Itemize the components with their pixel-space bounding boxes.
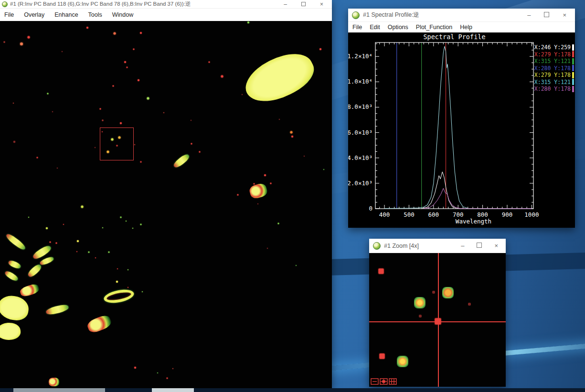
- legend-entry: X:280 Y:178: [534, 85, 574, 93]
- image-particle: [103, 287, 135, 305]
- svg-text:6.0×10³: 6.0×10³: [348, 129, 372, 136]
- image-spot: [221, 75, 223, 78]
- image-spot: [134, 144, 135, 145]
- image-spot: [57, 168, 58, 169]
- image-spot: [102, 227, 103, 228]
- zoom-control-buttons: [371, 378, 397, 385]
- svg-text:1000: 1000: [524, 211, 539, 218]
- image-spot: [133, 49, 135, 50]
- image-spot: [88, 252, 90, 253]
- image-spot: [142, 291, 143, 292]
- plot-legend: X:246 Y:259X:279 Y:178X:315 Y:121X:280 Y…: [534, 44, 574, 93]
- svg-text:400: 400: [379, 211, 390, 218]
- image-spot: [128, 287, 128, 288]
- maximize-icon[interactable]: [544, 11, 549, 19]
- zoom-spot: [442, 287, 454, 298]
- image-spot: [47, 93, 49, 95]
- envi-app-icon: [352, 11, 360, 19]
- taskbar-item[interactable]: [152, 388, 194, 392]
- zoom-spot: [379, 269, 384, 274]
- menu-item-file[interactable]: File: [4, 11, 14, 18]
- maximize-icon[interactable]: [477, 242, 482, 249]
- image-particle: [26, 263, 43, 278]
- image-spot: [254, 183, 255, 185]
- image-spot: [117, 268, 118, 269]
- image-spot: [304, 156, 305, 157]
- image-spot: [117, 145, 118, 147]
- envi-app-icon: [2, 1, 8, 7]
- menu-item-enhance[interactable]: Enhance: [54, 11, 78, 18]
- menu-item-edit[interactable]: Edit: [370, 24, 380, 31]
- image-display-area[interactable]: [0, 21, 332, 388]
- zoom-spot: [397, 356, 408, 367]
- image-spot: [4, 42, 5, 43]
- menu-item-overlay[interactable]: Overlay: [24, 11, 44, 18]
- image-particle: [7, 259, 21, 270]
- windows-taskbar[interactable]: [0, 388, 585, 392]
- zoom-spot: [432, 291, 435, 294]
- image-spot: [114, 32, 116, 35]
- main-image-window: #1 (R:Inv PC Band 118 (6),G:Inv PC Band …: [0, 0, 332, 388]
- minimize-icon[interactable]: –: [461, 242, 464, 249]
- image-spot: [140, 224, 142, 225]
- image-spot: [113, 85, 114, 87]
- image-spot: [120, 217, 122, 218]
- spectral-menubar: FileEditOptionsPlot_FunctionHelp: [348, 22, 575, 32]
- menu-item-window[interactable]: Window: [112, 11, 133, 18]
- zoom-selection-box[interactable]: [100, 127, 134, 160]
- image-spot: [291, 136, 293, 138]
- svg-text:0: 0: [369, 205, 372, 212]
- zoom-window-titlebar[interactable]: #1 Zoom [4x] – ×: [369, 239, 506, 253]
- legend-entry: X:279 Y:178: [534, 72, 574, 79]
- image-spot: [279, 119, 280, 120]
- menu-item-tools[interactable]: Tools: [88, 11, 102, 18]
- main-window-titlebar[interactable]: #1 (R:Inv PC Band 118 (6),G:Inv PC Band …: [0, 0, 332, 9]
- image-spot: [242, 94, 243, 95]
- minimize-icon[interactable]: –: [527, 11, 531, 19]
- taskbar-item[interactable]: [13, 388, 105, 392]
- image-spot: [13, 141, 15, 143]
- minimize-icon[interactable]: –: [284, 1, 287, 8]
- image-spot: [278, 223, 279, 224]
- image-spot: [191, 120, 191, 121]
- spectral-window-titlebar[interactable]: #1 Spectral Profile:逆 – ×: [348, 9, 575, 22]
- image-spot: [81, 206, 84, 208]
- image-spot: [270, 183, 272, 184]
- image-spot: [56, 243, 57, 244]
- envi-app-icon: [373, 242, 381, 250]
- image-particle: [0, 294, 30, 322]
- image-spot: [172, 368, 173, 369]
- image-spot: [86, 27, 88, 29]
- menu-item-file[interactable]: File: [352, 24, 362, 31]
- image-spot: [147, 97, 149, 100]
- image-spot: [95, 147, 96, 148]
- close-icon[interactable]: ×: [320, 1, 323, 8]
- spectral-plot-area[interactable]: Spectral Profile4005006007008009001000Wa…: [348, 32, 575, 228]
- close-icon[interactable]: ×: [563, 11, 566, 19]
- image-spot: [191, 143, 192, 145]
- legend-entry: X:315 Y:121: [534, 79, 574, 86]
- image-spot: [102, 131, 103, 132]
- image-particle: [19, 283, 40, 297]
- menu-item-options[interactable]: Options: [388, 24, 408, 31]
- svg-text:4.0×10³: 4.0×10³: [348, 154, 372, 161]
- image-particle: [172, 153, 191, 169]
- zoom-display-area[interactable]: [369, 253, 506, 387]
- image-particle: [86, 313, 113, 334]
- menu-item-plot_function[interactable]: Plot_Function: [416, 24, 452, 31]
- image-spot: [319, 48, 321, 50]
- svg-text:1.0×10⁴: 1.0×10⁴: [348, 78, 372, 85]
- image-spot: [124, 61, 126, 63]
- image-spot: [264, 174, 266, 176]
- maximize-icon[interactable]: [301, 1, 306, 8]
- image-spot: [257, 203, 258, 204]
- image-spot: [46, 227, 48, 229]
- zoom-window-title: #1 Zoom [4x]: [384, 243, 419, 249]
- image-spot: [63, 224, 64, 225]
- image-spot: [108, 252, 110, 253]
- svg-text:Spectral Profile: Spectral Profile: [423, 33, 485, 41]
- menu-item-help[interactable]: Help: [460, 24, 472, 31]
- close-icon[interactable]: ×: [494, 242, 498, 249]
- image-particle: [5, 232, 27, 251]
- svg-text:8.0×10³: 8.0×10³: [348, 103, 372, 110]
